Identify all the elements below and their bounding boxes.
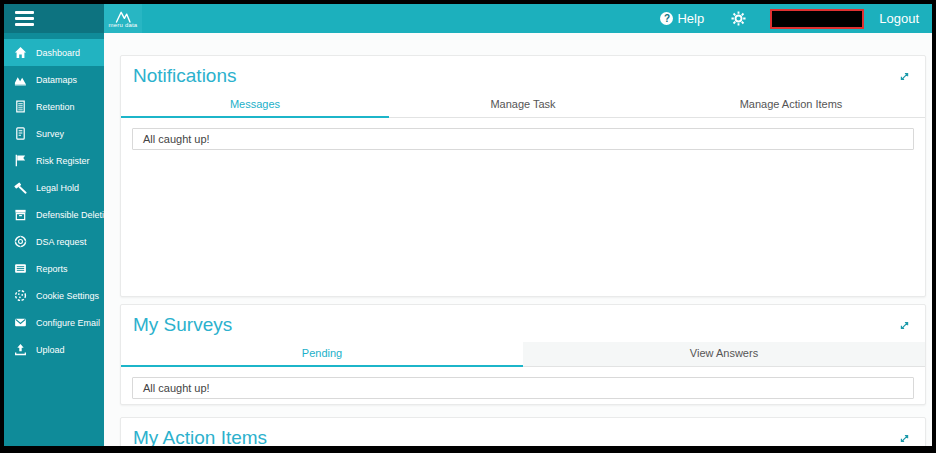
home-icon: [14, 46, 27, 59]
sidebar-item-label: Upload: [36, 345, 65, 355]
help-icon: ?: [660, 12, 673, 25]
my-action-items-card: My Action Items: [120, 417, 926, 446]
my-surveys-card: My Surveys Pending View Answers All caug…: [120, 304, 926, 405]
sidebar-item-label: DSA request: [36, 237, 87, 247]
tab-manage-action-items[interactable]: Manage Action Items: [657, 93, 925, 117]
datamap-chart-icon: [14, 73, 27, 86]
notifications-title: Notifications: [133, 65, 237, 87]
topbar-actions: ? Help Logout: [660, 9, 932, 29]
topbar-main: meru data ? Help Logout: [104, 4, 932, 33]
sidebar-item-label: Defensible Deletion: [36, 210, 104, 220]
sidebar-item-datamaps[interactable]: Datamaps: [4, 66, 104, 93]
hamburger-menu-icon[interactable]: [15, 11, 34, 26]
my-action-items-card-header: My Action Items: [121, 418, 925, 446]
sidebar-item-label: Retention: [36, 102, 75, 112]
help-button[interactable]: ? Help: [660, 11, 704, 26]
sidebar-item-defensible-deletion[interactable]: Defensible Deletion: [4, 201, 104, 228]
settings-button[interactable]: [731, 11, 746, 26]
brand-logo[interactable]: meru data: [104, 4, 142, 33]
sidebar-item-dsa-request[interactable]: DSA request: [4, 228, 104, 255]
my-surveys-empty-message: All caught up!: [132, 377, 914, 399]
upload-icon: [14, 343, 27, 356]
my-surveys-title: My Surveys: [133, 314, 232, 336]
sidebar-item-reports[interactable]: Reports: [4, 255, 104, 282]
tab-view-answers[interactable]: View Answers: [523, 342, 925, 366]
notifications-expand-button[interactable]: [896, 67, 913, 89]
reports-list-icon: [14, 262, 27, 275]
sidebar-item-dashboard[interactable]: Dashboard: [4, 39, 104, 66]
app-body: Dashboard Datamaps Retention: [4, 33, 932, 446]
sidebar-item-legal-hold[interactable]: Legal Hold: [4, 174, 104, 201]
sidebar-item-label: Dashboard: [36, 48, 80, 58]
sidebar-item-label: Risk Register: [36, 156, 90, 166]
notifications-empty-message: All caught up!: [132, 128, 914, 150]
tab-manage-task[interactable]: Manage Task: [389, 93, 657, 117]
brand-name: meru data: [109, 22, 138, 28]
lifering-icon: [14, 235, 27, 248]
main-content: Notifications Messages Manage Task Manag…: [104, 33, 932, 446]
my-action-items-title: My Action Items: [133, 427, 267, 446]
survey-document-icon: [14, 127, 27, 140]
sidebar-item-retention[interactable]: Retention: [4, 93, 104, 120]
notifications-card: Notifications Messages Manage Task Manag…: [120, 55, 926, 297]
sidebar-item-cookie-settings[interactable]: Cookie Settings: [4, 282, 104, 309]
user-name-redacted[interactable]: [770, 9, 864, 29]
retention-grid-icon: [14, 100, 27, 113]
sidebar-item-label: Survey: [36, 129, 64, 139]
sidebar-item-label: Cookie Settings: [36, 291, 99, 301]
notifications-tabs: Messages Manage Task Manage Action Items: [121, 93, 925, 118]
tab-pending[interactable]: Pending: [121, 342, 523, 366]
cookie-icon: [14, 289, 27, 302]
archive-icon: [14, 208, 27, 221]
expand-diagonal-icon: [898, 432, 911, 445]
sidebar-item-label: Configure Email: [36, 318, 100, 328]
notifications-card-header: Notifications: [121, 56, 925, 91]
sidebar-item-label: Reports: [36, 264, 68, 274]
gear-icon: [731, 11, 746, 26]
my-surveys-tabs: Pending View Answers: [121, 342, 925, 367]
sidebar-item-label: Datamaps: [36, 75, 77, 85]
logout-button[interactable]: Logout: [879, 11, 919, 26]
expand-diagonal-icon: [898, 70, 911, 83]
gavel-icon: [14, 181, 27, 194]
topbar: meru data ? Help Logout: [4, 4, 932, 33]
sidebar-item-upload[interactable]: Upload: [4, 336, 104, 363]
my-surveys-card-header: My Surveys: [121, 305, 925, 340]
sidebar-item-risk-register[interactable]: Risk Register: [4, 147, 104, 174]
sidebar-item-label: Legal Hold: [36, 183, 79, 193]
my-surveys-expand-button[interactable]: [896, 316, 913, 338]
sidebar-toggle-block: [4, 4, 104, 33]
envelope-icon: [14, 316, 27, 329]
sidebar-item-survey[interactable]: Survey: [4, 120, 104, 147]
flag-icon: [14, 154, 27, 167]
sidebar-nav: Dashboard Datamaps Retention: [4, 33, 104, 446]
my-action-items-expand-button[interactable]: [896, 429, 913, 446]
app-window: meru data ? Help Logout: [0, 0, 936, 453]
sidebar-item-configure-email[interactable]: Configure Email: [4, 309, 104, 336]
tab-messages[interactable]: Messages: [121, 93, 389, 117]
expand-diagonal-icon: [898, 319, 911, 332]
help-label: Help: [677, 11, 704, 26]
